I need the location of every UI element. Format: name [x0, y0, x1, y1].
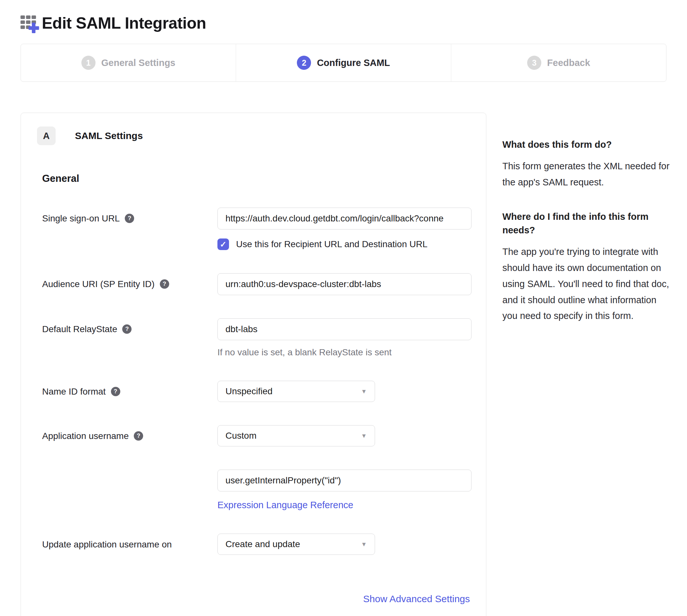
help-icon[interactable]: ? [160, 279, 169, 289]
step-label: Feedback [547, 58, 590, 68]
sidebar-answer-1: This form generates the XML needed for t… [502, 158, 672, 191]
step-number-badge: 2 [297, 56, 311, 70]
application-username-row: Application username ? Custom ▾ [42, 425, 470, 446]
update-username-select[interactable]: Create and update ▾ [217, 534, 375, 555]
edit-saml-integration-page: Edit SAML Integration 1 General Settings… [0, 0, 687, 616]
selected-value: Custom [226, 431, 256, 441]
relaystate-label: Default RelayState [42, 324, 117, 335]
step-configure-saml[interactable]: 2 Configure SAML [236, 44, 451, 82]
page-header: Edit SAML Integration [0, 0, 687, 34]
step-label: General Settings [101, 58, 175, 68]
step-number-badge: 1 [82, 56, 95, 70]
section-a-badge: A [37, 127, 55, 145]
checkmark-icon: ✓ [220, 240, 227, 249]
chevron-down-icon: ▾ [362, 387, 366, 396]
wizard-stepper: 1 General Settings 2 Configure SAML 3 Fe… [21, 44, 666, 82]
application-username-select[interactable]: Custom ▾ [217, 425, 375, 446]
help-icon[interactable]: ? [122, 324, 132, 334]
audience-uri-input[interactable] [217, 273, 472, 295]
chevron-down-icon: ▾ [362, 432, 366, 440]
name-id-format-select[interactable]: Unspecified ▾ [217, 381, 375, 402]
update-username-label: Update application username on [42, 539, 172, 550]
sso-url-row: Single sign-on URL ? ✓ Use this for Reci… [42, 207, 470, 250]
relaystate-hint: If no value is set, a blank RelayState i… [217, 347, 472, 357]
show-advanced-settings-link[interactable]: Show Advanced Settings [363, 593, 470, 604]
help-icon[interactable]: ? [125, 214, 134, 223]
update-username-row: Update application username on Create an… [42, 534, 470, 555]
name-id-format-label: Name ID format [42, 386, 106, 397]
recipient-url-checkbox-label[interactable]: Use this for Recipient URL and Destinati… [236, 239, 428, 249]
expression-language-reference-link[interactable]: Expression Language Reference [217, 500, 353, 510]
sso-url-label: Single sign-on URL [42, 213, 120, 224]
help-sidebar: What does this form do? This form genera… [502, 113, 672, 324]
audience-uri-label: Audience URI (SP Entity ID) [42, 279, 155, 290]
saml-settings-panel: A SAML Settings General Single sign-on U… [21, 113, 486, 616]
sidebar-question-2: Where do I find the info this form needs… [502, 210, 672, 237]
application-username-label: Application username [42, 430, 129, 442]
step-general-settings[interactable]: 1 General Settings [21, 44, 236, 82]
custom-expression-input[interactable] [217, 469, 472, 491]
step-feedback[interactable]: 3 Feedback [451, 44, 666, 82]
saml-app-grid-plus-icon [20, 13, 40, 34]
relaystate-row: Default RelayState ? If no value is set,… [42, 318, 470, 357]
selected-value: Unspecified [226, 386, 272, 396]
section-title: SAML Settings [75, 130, 143, 141]
step-label: Configure SAML [317, 58, 390, 68]
recipient-url-checkbox[interactable]: ✓ [217, 239, 229, 250]
sidebar-answer-2: The app you're trying to integrate with … [502, 244, 672, 324]
custom-expression-row: Expression Language Reference [42, 469, 470, 510]
sso-url-input[interactable] [217, 207, 472, 229]
page-title: Edit SAML Integration [42, 14, 206, 32]
sidebar-question-1: What does this form do? [502, 138, 672, 151]
relaystate-input[interactable] [217, 318, 472, 340]
audience-uri-row: Audience URI (SP Entity ID) ? [42, 273, 470, 295]
help-icon[interactable]: ? [111, 387, 120, 396]
name-id-format-row: Name ID format ? Unspecified ▾ [42, 381, 470, 402]
chevron-down-icon: ▾ [362, 540, 366, 548]
step-number-badge: 3 [527, 56, 541, 70]
general-heading: General [42, 173, 470, 184]
selected-value: Create and update [226, 539, 300, 549]
help-icon[interactable]: ? [134, 431, 143, 441]
